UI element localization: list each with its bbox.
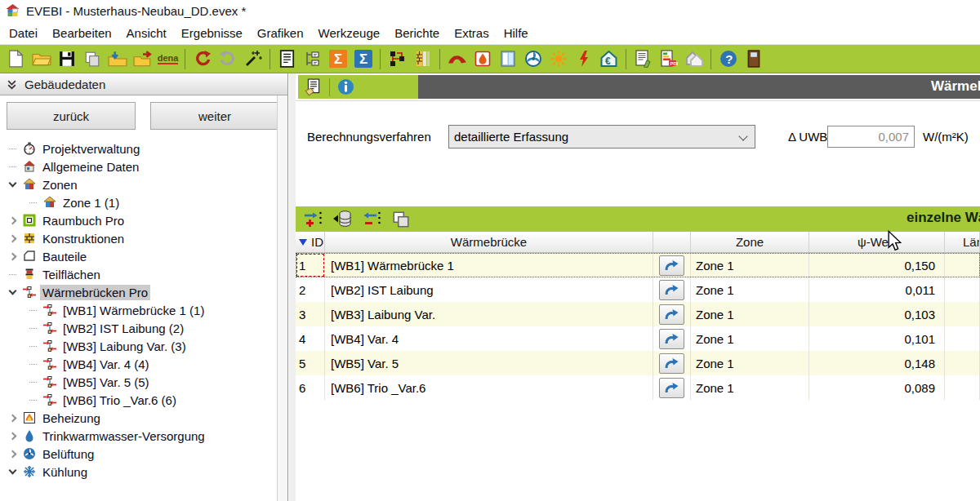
tree-item-wb1[interactable]: [WB1] Wärmebrücke 1 (1) [0,301,287,319]
expander-closed-icon[interactable] [7,236,18,242]
menu-ergebnisse[interactable]: Ergebnisse [174,23,250,43]
lightning-icon[interactable] [571,47,596,70]
tree-item-kuehlung[interactable]: Kühlung [0,463,287,481]
open-file-icon[interactable] [29,47,54,70]
menu-ansicht[interactable]: Ansicht [119,23,174,43]
cell-action [653,302,691,326]
open-thermal-bridge-button[interactable] [659,353,684,374]
sidebar-scrollbar[interactable] [277,95,287,501]
tree-item-zonen[interactable]: Zonen [0,175,287,193]
menu-extras[interactable]: Extras [447,23,497,43]
window-icon[interactable] [495,47,520,70]
data-tree-icon[interactable] [300,47,325,70]
tree-item-wb4[interactable]: [WB4] Var. 4 (4) [0,355,287,373]
tree-item-teilflaechen[interactable]: Teilflächen [0,265,287,283]
wizard-icon[interactable] [240,47,265,70]
delta-uwb-input[interactable] [827,126,915,148]
undo-icon[interactable] [189,47,215,70]
tree-item-wb3[interactable]: [WB3] Laibung Var. (3) [0,337,287,355]
table-row[interactable]: 1 [WB1] Wärmebrücke 1 Zone 1 0,150 [296,253,980,277]
flame-box-icon[interactable] [470,47,495,70]
new-file-icon[interactable] [3,47,29,70]
tree-item-belueftung[interactable]: Belüftung [0,445,287,463]
save-icon[interactable] [54,47,79,70]
tree-item-raumbuch-pro[interactable]: Raumbuch Pro [0,211,287,229]
sidebar-header[interactable]: Gebäudedaten [0,73,287,95]
back-button[interactable]: zurück [7,102,136,130]
tree-item-wb2[interactable]: [WB2] IST Laibung (2) [0,319,287,337]
column-header-id[interactable]: ID [296,232,325,252]
delta-uwb-unit: W/(m²K) [923,130,969,144]
column-header-action[interactable] [653,232,691,252]
filter-triangle-icon[interactable] [299,239,307,246]
dena-logo-icon[interactable]: dena [155,47,180,70]
table-row[interactable]: 3 [WB3] Laibung Var. Zone 1 0,103 [296,302,980,326]
table-row[interactable]: 6 [WB6] Trio _Var.6 Zone 1 0,089 [296,375,980,400]
panel-splitter[interactable] [289,73,296,501]
expander-open-icon[interactable] [7,470,18,473]
menu-hilfe[interactable]: Hilfe [497,23,536,43]
open-thermal-bridge-button[interactable] [659,378,684,398]
calc-method-select[interactable]: detaillierte Erfassung [448,125,755,149]
table-row[interactable]: 4 [WB4] Var. 4 Zone 1 0,101 [296,326,980,351]
help-icon[interactable]: ? [715,47,741,70]
report-print-icon[interactable] [305,78,323,96]
info-icon[interactable] [336,78,354,96]
roof-icon[interactable] [444,47,470,70]
tree-item-wb6[interactable]: [WB6] Trio _Var.6 (6) [0,391,287,409]
energy-pdf-icon[interactable]: PDF [656,47,681,70]
tree-item-konstruktionen[interactable]: Konstruktionen [0,229,287,247]
database-assign-icon[interactable] [332,209,353,230]
copy-row-icon[interactable] [390,209,412,230]
tree-item-wb5[interactable]: [WB5] Var. 5 (5) [0,373,287,391]
building-variants-icon[interactable] [681,47,706,70]
tree-item-trinkwarmwasser[interactable]: Trinkwarmwasser-Versorgung [0,427,287,445]
menu-datei[interactable]: Datei [2,23,45,43]
tree-item-bauteile[interactable]: Bauteile [0,247,287,265]
tree-item-zone-1[interactable]: Zone 1 (1) [0,193,287,211]
sun-icon[interactable] [546,47,571,70]
sum-orange-icon[interactable]: Σ [325,47,350,70]
expander-open-icon[interactable] [7,290,18,294]
column-header-psi[interactable]: ψ-Wert [809,232,945,252]
column-header-laenge[interactable]: Länge [945,232,980,252]
expander-closed-icon[interactable] [7,433,18,439]
cell-id: 3 [296,302,325,326]
open-thermal-bridge-button[interactable] [659,255,684,276]
menu-werkzeuge[interactable]: Werkzeuge [311,23,388,43]
expander-closed-icon[interactable] [7,218,18,224]
add-row-icon[interactable] [302,209,323,230]
flowchart-icon[interactable] [385,47,410,70]
open-thermal-bridge-button[interactable] [659,304,684,325]
report-calc-icon[interactable] [630,47,656,70]
menu-bearbeiten[interactable]: Bearbeiten [45,23,119,43]
sum-blue-icon[interactable]: Σ [350,47,376,70]
open-thermal-bridge-button[interactable] [659,329,684,349]
copy-page-icon[interactable] [79,47,105,70]
wall-layers-icon[interactable] [410,47,435,70]
tree-item-projektverwaltung[interactable]: Projektverwaltung [0,140,287,157]
tree-item-beheizung[interactable]: Beheizung [0,409,287,427]
tree-item-waermebruecken-pro[interactable]: Wärmebrücken Pro [0,283,287,301]
redo-icon[interactable] [215,47,240,70]
table-row[interactable]: 2 [WB2] IST Laibung Zone 1 0,011 [296,277,980,302]
menu-grafiken[interactable]: Grafiken [250,23,311,43]
ventilation-fan-icon[interactable] [520,47,546,70]
table-row[interactable]: 5 [WB5] Var. 5 Zone 1 0,148 [296,351,980,375]
column-header-waermebruecke[interactable]: Wärmebrücke [325,232,653,252]
next-button[interactable]: weiter [150,102,279,130]
menu-berichte[interactable]: Berichte [387,23,447,43]
open-thermal-bridge-button[interactable] [659,280,684,300]
report-document-icon[interactable] [274,47,300,70]
remove-row-icon[interactable] [361,209,382,230]
expander-closed-icon[interactable] [7,451,18,457]
house-euro-icon[interactable]: € [596,47,621,70]
import-folder-icon[interactable] [105,47,130,70]
export-folder-icon[interactable] [130,47,155,70]
expander-open-icon[interactable] [7,183,18,186]
door-icon[interactable] [741,47,766,70]
column-header-zone[interactable]: Zone [691,232,809,252]
expander-closed-icon[interactable] [7,415,18,421]
expander-closed-icon[interactable] [7,254,18,259]
tree-item-allgemeine-daten[interactable]: Allgemeine Daten [0,157,287,175]
